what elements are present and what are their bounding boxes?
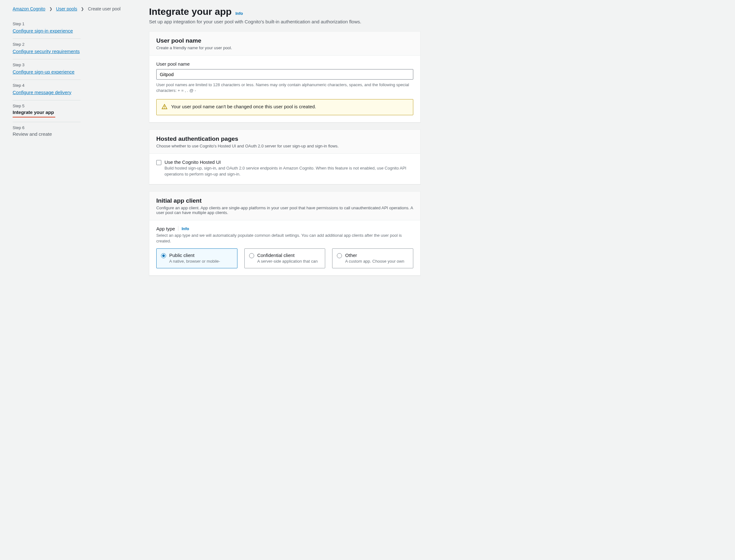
app-type-label: App type <box>156 226 175 231</box>
hosted-ui-checkbox[interactable] <box>156 160 161 165</box>
step-link-signup[interactable]: Configure sign-up experience <box>13 69 75 75</box>
tile-title: Confidential client <box>257 253 318 258</box>
step-current-integrate: Integrate your app <box>13 110 54 115</box>
step-5: Step 5 Integrate your app <box>13 100 81 122</box>
app-type-hint: Select an app type and we will automatic… <box>156 233 413 244</box>
info-link[interactable]: Info <box>236 11 243 16</box>
chevron-right-icon: ❯ <box>81 7 84 11</box>
breadcrumb: Amazon Cognito ❯ User pools ❯ Create use… <box>13 6 121 11</box>
warning-icon <box>162 104 167 110</box>
main-content: Integrate your app Info Set up app integ… <box>149 6 421 283</box>
breadcrumb-current: Create user pool <box>88 6 121 11</box>
warning-text: Your user pool name can't be changed onc… <box>171 104 316 109</box>
panel-desc: Configure an app client. App clients are… <box>156 206 413 215</box>
step-number: Step 2 <box>13 42 81 47</box>
tile-confidential-client[interactable]: Confidential client A server-side applic… <box>244 248 326 268</box>
panel-title: Initial app client <box>156 197 413 204</box>
step-2: Step 2 Configure security requirements <box>13 39 81 59</box>
breadcrumb-root[interactable]: Amazon Cognito <box>13 6 45 11</box>
page-title: Integrate your app <box>149 6 232 17</box>
checkbox-desc: Build hosted sign-up, sign-in, and OAuth… <box>164 165 413 177</box>
step-number: Step 4 <box>13 83 81 88</box>
panel-title: Hosted authentication pages <box>156 135 413 142</box>
divider <box>178 226 178 231</box>
tile-title: Other <box>345 253 404 258</box>
step-number: Step 3 <box>13 63 81 67</box>
panel-app-client: Initial app client Configure an app clie… <box>149 191 421 276</box>
tile-desc: A server-side application that can <box>257 259 318 264</box>
panel-user-pool-name: User pool name Create a friendly name fo… <box>149 31 421 122</box>
wizard-steps: Step 1 Configure sign-in experience Step… <box>13 18 81 141</box>
tile-title: Public client <box>169 253 220 258</box>
tile-desc: A custom app. Choose your own <box>345 259 404 264</box>
step-number: Step 1 <box>13 21 81 26</box>
warning-box: Your user pool name can't be changed onc… <box>156 99 413 115</box>
step-6: Step 6 Review and create <box>13 122 81 141</box>
radio-icon <box>249 253 254 258</box>
step-number: Step 5 <box>13 104 81 108</box>
radio-icon <box>337 253 342 258</box>
step-4: Step 4 Configure message delivery <box>13 80 81 100</box>
field-hint: User pool names are limited to 128 chara… <box>156 82 413 93</box>
panel-title: User pool name <box>156 37 413 44</box>
step-disabled-review: Review and create <box>13 131 52 137</box>
app-type-tiles: Public client A native, browser or mobil… <box>156 248 413 268</box>
step-number: Step 6 <box>13 125 81 130</box>
chevron-right-icon: ❯ <box>49 7 52 11</box>
step-link-message[interactable]: Configure message delivery <box>13 89 71 96</box>
info-link[interactable]: Info <box>182 226 189 231</box>
panel-desc: Create a friendly name for your user poo… <box>156 45 413 50</box>
radio-icon <box>161 253 166 258</box>
user-pool-name-input[interactable] <box>156 69 413 80</box>
panel-hosted-auth: Hosted authentication pages Choose wheth… <box>149 129 421 184</box>
page-subtitle: Set up app integration for your user poo… <box>149 19 421 24</box>
panel-desc: Choose whether to use Cognito's Hosted U… <box>156 144 413 148</box>
step-1: Step 1 Configure sign-in experience <box>13 18 81 39</box>
step-3: Step 3 Configure sign-up experience <box>13 59 81 80</box>
breadcrumb-parent[interactable]: User pools <box>56 6 77 11</box>
annotation-underline <box>13 117 55 117</box>
tile-other[interactable]: Other A custom app. Choose your own <box>332 248 413 268</box>
step-link-security[interactable]: Configure security requirements <box>13 48 80 55</box>
tile-desc: A native, browser or mobile- <box>169 259 220 264</box>
svg-point-1 <box>164 108 165 109</box>
field-label-pool-name: User pool name <box>156 61 413 67</box>
tile-public-client[interactable]: Public client A native, browser or mobil… <box>156 248 237 268</box>
checkbox-label: Use the Cognito Hosted UI <box>164 159 413 165</box>
step-link-signin[interactable]: Configure sign-in experience <box>13 27 73 34</box>
